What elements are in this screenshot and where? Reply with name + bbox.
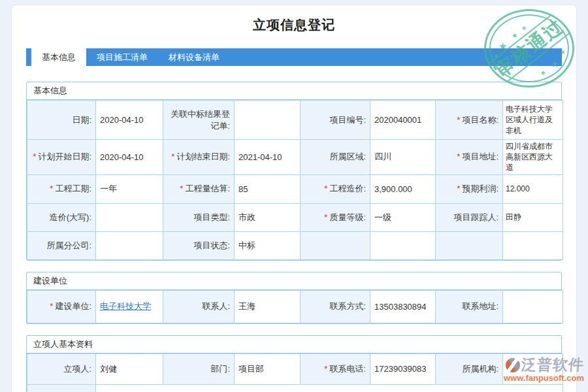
field-label-text: 计划结束日期: bbox=[176, 152, 230, 161]
field-label: 项目编号: bbox=[301, 101, 370, 140]
field-label: 部门: bbox=[163, 353, 235, 384]
field-value: 电子科技大学 bbox=[96, 290, 163, 323]
field-label: 项目状态: bbox=[163, 231, 235, 259]
section-construction-unit: 建设单位*建设单位:电子科技大学联系人:王海联系方式:13503830894联系… bbox=[26, 272, 562, 324]
field-label-text: 部门: bbox=[210, 364, 230, 374]
field-label-text: 联系电话: bbox=[329, 364, 366, 374]
field-value bbox=[235, 101, 301, 140]
field-label bbox=[436, 231, 503, 259]
field-label: 项目类型: bbox=[163, 203, 235, 231]
field-label-text: 日期: bbox=[72, 115, 91, 125]
required-marker: * bbox=[50, 184, 53, 193]
field-value: 刘健 bbox=[96, 353, 163, 384]
field-label: *计划结束日期: bbox=[163, 140, 235, 175]
field-value: 2020-04-10 bbox=[96, 140, 163, 175]
field-label: 所属机构: bbox=[436, 353, 503, 384]
field-label-text: 质量等级: bbox=[329, 212, 366, 222]
field-value: 田静 bbox=[503, 203, 563, 231]
field-label bbox=[301, 231, 370, 259]
field-label-text: 联系地址: bbox=[462, 301, 498, 311]
field-label-text: 项目名称: bbox=[462, 115, 498, 125]
field-label: 项目跟踪人: bbox=[436, 203, 503, 231]
field-value: 四川 bbox=[370, 140, 436, 175]
field-label: *计划开始日期: bbox=[27, 140, 96, 175]
required-marker: * bbox=[324, 184, 327, 193]
field-label: *工程工期: bbox=[27, 174, 96, 203]
field-label-text: 项目状态: bbox=[193, 240, 230, 250]
field-label-text: 项目编号: bbox=[329, 115, 366, 125]
field-label: 联系方式: bbox=[301, 290, 370, 323]
required-marker: * bbox=[324, 212, 327, 222]
field-value bbox=[96, 231, 163, 259]
field-value: 3,900.000 bbox=[370, 174, 436, 203]
field-value bbox=[503, 231, 563, 259]
field-value bbox=[503, 290, 563, 323]
field-label-text: 联系方式: bbox=[329, 301, 366, 311]
field-label-text: 项目跟踪人: bbox=[453, 212, 498, 222]
field-value: 2020-04-10 bbox=[96, 101, 163, 140]
field-label-text: 项目地址: bbox=[462, 152, 498, 161]
field-label: 造价(大写): bbox=[27, 203, 96, 231]
field-label: 备注: bbox=[27, 384, 96, 392]
tab-bar: 基本信息项目施工清单材料设备清单 bbox=[26, 48, 562, 66]
field-label: *项目名称: bbox=[436, 101, 503, 140]
field-value bbox=[96, 203, 163, 231]
field-label: 立项人: bbox=[27, 353, 96, 384]
field-label: *项目地址: bbox=[436, 140, 503, 175]
field-label-text: 工程造价: bbox=[329, 184, 366, 193]
field-label-text: 项目类型: bbox=[193, 212, 230, 222]
field-label: *工程量估算: bbox=[163, 174, 235, 203]
field-label: *质量等级: bbox=[301, 203, 370, 231]
field-value bbox=[370, 231, 436, 259]
required-marker: * bbox=[457, 184, 460, 193]
required-marker: * bbox=[457, 115, 460, 125]
field-value: 项目部 bbox=[235, 353, 301, 384]
field-label-text: 工程量估算: bbox=[185, 184, 230, 193]
field-label-text: 计划开始日期: bbox=[38, 152, 91, 161]
field-label-text: 预期利润: bbox=[462, 184, 498, 193]
field-label-text: 建设单位: bbox=[55, 301, 91, 311]
info-table: 日期:2020-04-10关联中标结果登记单:项目编号:2020040001*项… bbox=[27, 100, 563, 260]
required-marker: * bbox=[457, 152, 460, 161]
field-value: 四川省成都市高新区西源大道 bbox=[503, 140, 563, 175]
field-value: 12.000 bbox=[503, 174, 563, 203]
field-value: 17239039083 bbox=[370, 353, 436, 384]
field-label: 所属分公司: bbox=[27, 231, 96, 259]
form-area: 基本信息日期:2020-04-10关联中标结果登记单:项目编号:20200400… bbox=[26, 82, 562, 392]
field-value: 2021-04-10 bbox=[235, 140, 301, 175]
field-value bbox=[503, 353, 563, 384]
required-marker: * bbox=[180, 184, 183, 193]
required-marker: * bbox=[324, 364, 327, 374]
field-label-text: 关联中标结果登记单: bbox=[171, 109, 230, 131]
section-header: 建设单位 bbox=[27, 272, 561, 290]
info-table: 立项人:刘健部门:项目部*联系电话:17239039083所属机构:备注: bbox=[27, 353, 563, 392]
field-label: 日期: bbox=[27, 101, 96, 140]
construction-unit-link[interactable]: 电子科技大学 bbox=[100, 301, 151, 311]
required-marker: * bbox=[33, 152, 36, 161]
field-value: 一级 bbox=[370, 203, 436, 231]
field-value bbox=[96, 384, 563, 392]
tab-construction-list[interactable]: 项目施工清单 bbox=[86, 48, 158, 66]
section-basic-info: 基本信息日期:2020-04-10关联中标结果登记单:项目编号:20200400… bbox=[26, 82, 562, 261]
field-value: 一年 bbox=[96, 174, 163, 203]
section-header: 基本信息 bbox=[27, 82, 561, 100]
tab-basic-info[interactable]: 基本信息 bbox=[31, 48, 86, 69]
field-label-text: 造价(大写): bbox=[50, 212, 91, 222]
field-value: 市政 bbox=[235, 203, 301, 231]
field-label: 联系人: bbox=[163, 290, 235, 323]
field-label-text: 所属机构: bbox=[462, 364, 498, 374]
field-label: 所属区域: bbox=[301, 140, 370, 175]
field-label-text: 联系人: bbox=[202, 301, 230, 311]
field-value: 13503830894 bbox=[370, 290, 436, 323]
section-header: 立项人基本资料 bbox=[27, 336, 561, 353]
required-marker: * bbox=[50, 301, 53, 311]
page-title: 立项信息登记 bbox=[0, 16, 588, 34]
field-label: *预期利润: bbox=[436, 174, 503, 203]
section-initiator-info: 立项人基本资料立项人:刘健部门:项目部*联系电话:17239039083所属机构… bbox=[26, 335, 562, 392]
field-label: *联系电话: bbox=[301, 353, 370, 384]
field-value: 85 bbox=[235, 174, 301, 203]
field-value: 王海 bbox=[235, 290, 301, 323]
field-label-text: 所属分公司: bbox=[46, 240, 91, 250]
tab-material-equipment-list[interactable]: 材料设备清单 bbox=[158, 48, 230, 66]
field-label: 联系地址: bbox=[436, 290, 503, 323]
